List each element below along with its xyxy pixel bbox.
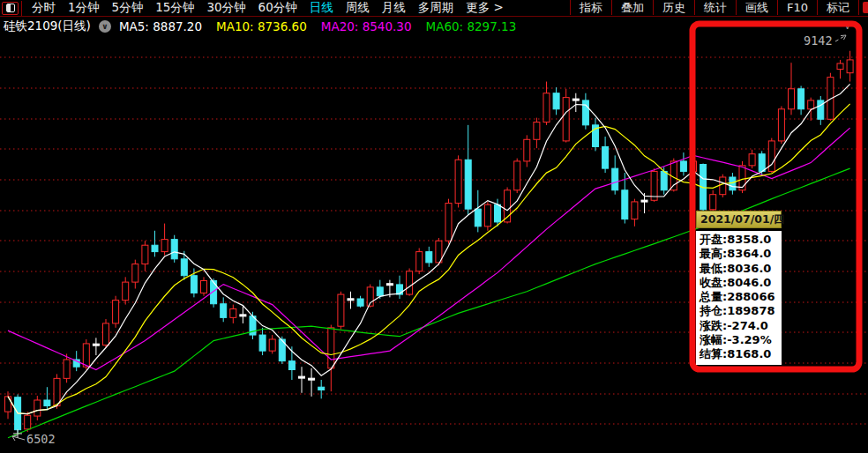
toolbar-button-画线[interactable]: 画线 (736, 0, 777, 15)
candle[interactable] (25, 415, 31, 429)
candle[interactable] (64, 360, 70, 378)
period-tab-10[interactable]: 多周期 (418, 0, 454, 16)
candle[interactable] (475, 209, 481, 226)
candle[interactable] (240, 315, 246, 316)
period-tab-4[interactable]: 15分钟 (155, 0, 194, 16)
price-low-label: 6502 (26, 432, 56, 446)
candle[interactable] (602, 146, 609, 168)
candle[interactable] (142, 245, 148, 264)
candle[interactable] (407, 271, 413, 294)
candle[interactable] (778, 109, 784, 141)
candle[interactable] (377, 287, 383, 296)
candle[interactable] (299, 376, 305, 378)
period-tab-6[interactable]: 60分钟 (258, 0, 297, 16)
candle[interactable] (416, 252, 423, 271)
candle[interactable] (44, 400, 50, 406)
candle[interactable] (288, 361, 295, 370)
period-tab-2[interactable]: 1分钟 (68, 0, 100, 16)
toolbar-button-标记[interactable]: 标记 (817, 0, 859, 15)
candle[interactable] (837, 63, 843, 70)
candle[interactable] (152, 245, 158, 251)
candle[interactable] (818, 100, 824, 119)
candle[interactable] (181, 259, 187, 276)
candle[interactable] (348, 299, 354, 301)
candle[interactable] (534, 123, 540, 140)
candle[interactable] (524, 139, 530, 161)
tooltip-row-最高: 最高:8364.0 (700, 247, 782, 261)
tooltip-body: 开盘:8358.0最高:8364.0最低:8036.0收盘:8046.0总量:2… (696, 231, 782, 365)
chevron-down-icon[interactable]: ∨ (99, 20, 111, 33)
candle[interactable] (5, 397, 11, 412)
candle[interactable] (191, 276, 197, 293)
candle[interactable] (338, 294, 344, 326)
period-tab-3[interactable]: 5分钟 (112, 0, 144, 16)
candle[interactable] (514, 161, 520, 190)
ma-legend-item-0: MA5: 8887.20 (119, 19, 202, 33)
period-tab-8[interactable]: 周线 (346, 0, 370, 16)
candle[interactable] (455, 160, 461, 203)
candle[interactable] (563, 98, 569, 141)
candle[interactable] (789, 89, 795, 109)
candle[interactable] (318, 387, 325, 390)
candle[interactable] (582, 100, 588, 125)
candle[interactable] (161, 240, 168, 252)
candle[interactable] (93, 344, 99, 345)
candle[interactable] (553, 93, 559, 109)
toolbar-button-叠加[interactable]: 叠加 (611, 0, 653, 15)
candle[interactable] (572, 99, 579, 100)
candle[interactable] (641, 200, 647, 202)
candle[interactable] (328, 328, 334, 368)
candle[interactable] (465, 160, 471, 209)
candle[interactable] (720, 177, 726, 195)
candle[interactable] (54, 378, 60, 405)
candle[interactable] (680, 161, 686, 172)
candle[interactable] (201, 280, 207, 293)
candle[interactable] (710, 195, 716, 210)
period-tab-7[interactable]: 日线 (310, 0, 333, 16)
candle[interactable] (269, 339, 275, 351)
candle[interactable] (847, 60, 853, 73)
ma-legend-item-2: MA20: 8540.30 (321, 19, 412, 33)
candle[interactable] (221, 304, 227, 318)
candle[interactable] (495, 204, 501, 222)
candle[interactable] (259, 335, 266, 351)
tooltip-row-涨跌: 涨跌:-274.0 (700, 319, 782, 333)
candle[interactable] (612, 168, 618, 190)
candle[interactable] (661, 171, 667, 189)
period-tab-1[interactable]: 分时 (32, 0, 56, 16)
candle[interactable] (730, 177, 736, 190)
candle[interactable] (632, 202, 638, 219)
candle[interactable] (171, 240, 177, 259)
tooltip-row-最低: 最低:8036.0 (700, 262, 782, 276)
layout-icon[interactable] (2, 2, 19, 15)
candle[interactable] (34, 400, 41, 416)
candle[interactable] (357, 299, 363, 306)
candle[interactable] (309, 378, 315, 380)
candle[interactable] (230, 308, 236, 317)
toolbar-button-F10[interactable]: F10 (777, 0, 817, 15)
candle[interactable] (768, 141, 774, 172)
candle[interactable] (445, 204, 452, 241)
candle[interactable] (798, 89, 804, 109)
period-tab-11[interactable]: 更多 > (466, 0, 504, 16)
collapse-handle-icon[interactable] (863, 2, 868, 13)
period-tab-9[interactable]: 月线 (382, 0, 406, 16)
toolbar-button-指标[interactable]: 指标 (570, 0, 611, 15)
candle[interactable] (739, 166, 745, 190)
candle[interactable] (808, 100, 814, 109)
toolbar-button-统计[interactable]: 统计 (694, 0, 736, 15)
period-tab-5[interactable]: 30分钟 (206, 0, 245, 16)
candle[interactable] (759, 154, 765, 172)
candle[interactable] (749, 154, 755, 166)
candle[interactable] (103, 323, 109, 345)
candle[interactable] (83, 344, 89, 367)
candle[interactable] (113, 301, 119, 323)
candle[interactable] (386, 284, 393, 286)
candle[interactable] (484, 204, 490, 226)
candle[interactable] (132, 264, 138, 283)
candle[interactable] (123, 282, 129, 301)
toolbar-button-历史[interactable]: 历史 (653, 0, 694, 15)
candle[interactable] (543, 93, 550, 123)
candle[interactable] (426, 252, 432, 263)
candle[interactable] (622, 190, 628, 219)
